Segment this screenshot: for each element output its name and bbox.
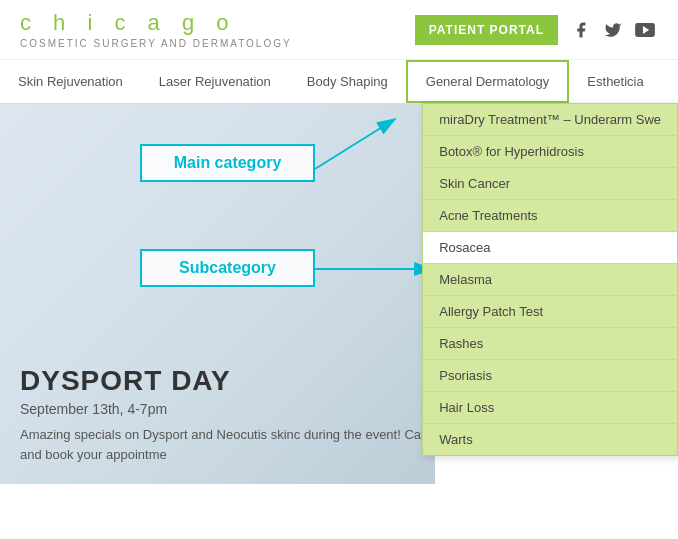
content-description: Amazing specials on Dysport and Neocutis… bbox=[20, 425, 428, 464]
dropdown-item-psoriasis[interactable]: Psoriasis bbox=[423, 360, 677, 392]
header: c h i c a g o COSMETIC SURGERY AND DERMA… bbox=[0, 0, 678, 60]
logo-area: c h i c a g o COSMETIC SURGERY AND DERMA… bbox=[20, 10, 292, 49]
dropdown-item-allergy[interactable]: Allergy Patch Test bbox=[423, 296, 677, 328]
patient-portal-button[interactable]: PATIENT PORTAL bbox=[415, 15, 558, 45]
nav-item-laser-rejuvenation[interactable]: Laser Rejuvenation bbox=[141, 62, 289, 101]
youtube-icon[interactable] bbox=[632, 17, 658, 43]
dropdown-item-hair-loss[interactable]: Hair Loss bbox=[423, 392, 677, 424]
content-date: September 13th, 4-7pm bbox=[20, 401, 428, 417]
logo-sub: COSMETIC SURGERY AND DERMATOLOGY bbox=[20, 38, 292, 49]
dropdown-item-miradry[interactable]: miraDry Treatment™ – Underarm Swe bbox=[423, 104, 677, 136]
nav-item-estheticia[interactable]: Estheticia bbox=[569, 62, 661, 101]
dropdown-item-acne[interactable]: Acne Treatments bbox=[423, 200, 677, 232]
navigation: Skin Rejuvenation Laser Rejuvenation Bod… bbox=[0, 60, 678, 104]
dropdown-item-rosacea[interactable]: Rosacea bbox=[423, 232, 677, 264]
dropdown-item-botox[interactable]: Botox® for Hyperhidrosis bbox=[423, 136, 677, 168]
subcategory-annotation: Subcategory bbox=[140, 249, 315, 287]
facebook-icon[interactable] bbox=[568, 17, 594, 43]
nav-item-body-shaping[interactable]: Body Shaping bbox=[289, 62, 406, 101]
social-icons bbox=[568, 17, 658, 43]
nav-item-general-dermatology[interactable]: General Dermatology bbox=[406, 60, 570, 103]
dropdown-menu: miraDry Treatment™ – Underarm Swe Botox®… bbox=[422, 103, 678, 456]
logo-chicago: c h i c a g o bbox=[20, 10, 292, 36]
content-text: DYSPORT DAY September 13th, 4-7pm Amazin… bbox=[20, 365, 428, 484]
twitter-icon[interactable] bbox=[600, 17, 626, 43]
dropdown-item-melasma[interactable]: Melasma bbox=[423, 264, 677, 296]
nav-item-skin-rejuvenation[interactable]: Skin Rejuvenation bbox=[0, 62, 141, 101]
svg-line-4 bbox=[315, 119, 395, 169]
dropdown-item-rashes[interactable]: Rashes bbox=[423, 328, 677, 360]
content-title: DYSPORT DAY bbox=[20, 365, 428, 397]
main-category-annotation: Main category bbox=[140, 144, 315, 182]
dropdown-item-warts[interactable]: Warts bbox=[423, 424, 677, 455]
subcategory-label: Subcategory bbox=[179, 259, 276, 276]
main-category-label: Main category bbox=[174, 154, 282, 171]
header-right: PATIENT PORTAL bbox=[415, 15, 658, 45]
dropdown-item-skin-cancer[interactable]: Skin Cancer bbox=[423, 168, 677, 200]
